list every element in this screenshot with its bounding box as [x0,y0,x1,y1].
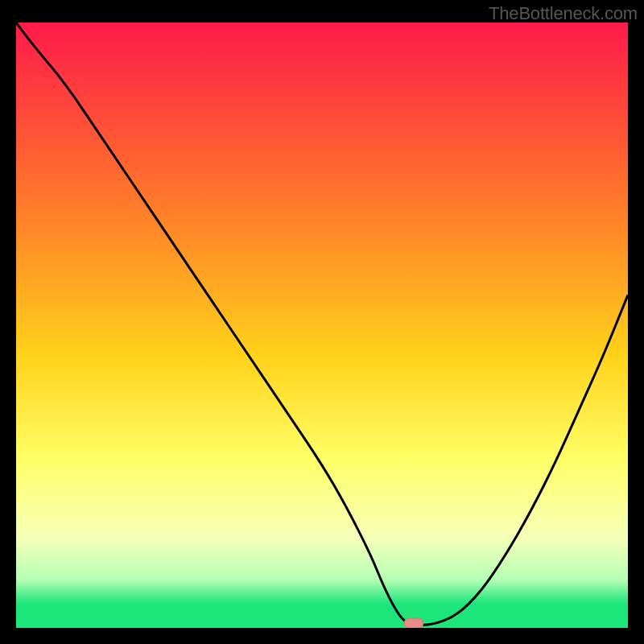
bottleneck-chart [16,23,628,628]
gradient-background [16,23,628,628]
chart-container: TheBottleneck.com [0,0,644,644]
plot-area [16,23,628,628]
optimal-marker [404,618,423,628]
watermark-label: TheBottleneck.com [489,3,638,24]
